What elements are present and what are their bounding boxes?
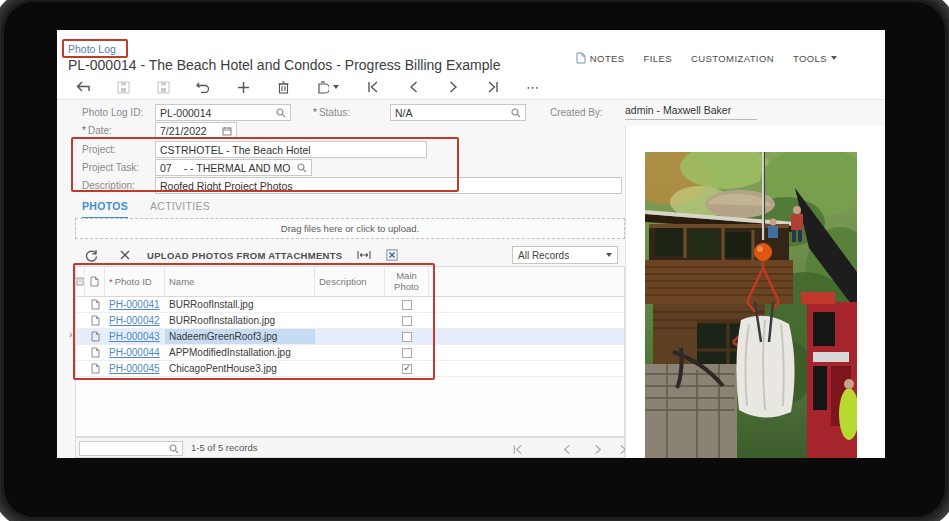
tab-photos[interactable]: PHOTOS [82, 200, 128, 219]
table-row[interactable]: PH-000043 NadeemGreenRoof3.jpg [76, 329, 624, 345]
column-header-main-photo[interactable]: Main Photo [385, 267, 429, 296]
file-icon [90, 276, 99, 287]
save-close-button[interactable] [115, 79, 131, 95]
file-icon [91, 363, 100, 374]
cancel-undo-button[interactable] [195, 79, 211, 95]
search-lookup-icon[interactable] [511, 108, 521, 118]
tools-menu-item[interactable]: TOOLS [793, 53, 837, 64]
description-field[interactable]: Roofed Right Project Photos [155, 177, 622, 194]
row-file-cell[interactable] [85, 297, 105, 312]
grid-search-input[interactable] [83, 444, 169, 454]
row-file-cell[interactable] [85, 345, 105, 360]
go-previous-button[interactable] [405, 79, 421, 95]
photo-id-link[interactable]: PH-000041 [109, 299, 160, 310]
photo-id-link[interactable]: PH-000044 [109, 347, 160, 358]
page-next-button[interactable] [594, 441, 603, 458]
save-button[interactable] [155, 79, 171, 95]
main-photo-checkbox[interactable] [402, 332, 412, 342]
created-by-value: admin - Maxwell Baker [625, 104, 757, 120]
row-settings-column-header [76, 267, 85, 296]
photo-name-cell[interactable]: ChicagoPentHouse3.jpg [165, 361, 315, 376]
copy-paste-button[interactable] [315, 79, 341, 95]
file-icon [91, 299, 100, 310]
column-header-description[interactable]: Description [315, 267, 385, 296]
file-icon [91, 315, 100, 326]
project-label: Project: [82, 144, 116, 155]
photo-name-cell[interactable]: BURRoofInstall.jpg [165, 297, 315, 312]
file-icon [91, 347, 100, 358]
status-field[interactable]: N/A [390, 104, 526, 121]
go-first-button[interactable] [365, 79, 381, 95]
photo-description-cell[interactable] [315, 345, 385, 360]
main-photo-checkbox[interactable] [402, 316, 412, 326]
column-header-photo-id[interactable]: *Photo ID [105, 267, 165, 296]
slide-canvas: Photo Log PL-000014 - The Beach Hotel an… [0, 0, 949, 521]
search-lookup-icon[interactable] [276, 108, 286, 118]
app-window: Photo Log PL-000014 - The Beach Hotel an… [57, 30, 885, 458]
photo-description-cell[interactable] [315, 329, 385, 344]
photo-id-link[interactable]: PH-000045 [109, 363, 160, 374]
delete-row-icon[interactable] [117, 247, 133, 263]
project-task-label: Project Task: [82, 162, 139, 173]
main-photo-preview[interactable] [645, 152, 857, 458]
notes-label: NOTES [590, 53, 625, 64]
photo-id-link[interactable]: PH-000042 [109, 315, 160, 326]
more-actions-button[interactable]: ⋯ [525, 79, 541, 95]
project-task-field[interactable]: 07 - - THERMAL AND MO [155, 159, 312, 176]
photo-name-cell[interactable]: BURRoofInstallation.jpg [165, 313, 315, 328]
filler-cell [429, 361, 624, 376]
main-photo-checkbox[interactable] [402, 364, 412, 374]
date-label-text: Date: [88, 125, 112, 136]
row-file-cell[interactable] [85, 361, 105, 376]
calendar-icon[interactable] [222, 126, 232, 136]
column-header-name[interactable]: Name [165, 267, 315, 296]
photo-description-cell[interactable] [315, 361, 385, 376]
table-row[interactable]: PH-000041 BURRoofInstall.jpg [76, 297, 624, 313]
grid-header-row: *Photo ID Name Description Main Photo [76, 267, 624, 297]
main-photo-checkbox[interactable] [402, 348, 412, 358]
grid-search-box[interactable] [79, 441, 183, 456]
fit-columns-icon[interactable] [356, 247, 372, 263]
customization-menu-item[interactable]: CUSTOMIZATION [691, 53, 774, 64]
photo-name-cell[interactable]: NadeemGreenRoof3.jpg [165, 329, 315, 344]
row-note-cell [76, 313, 85, 328]
files-column-header[interactable] [85, 267, 105, 296]
search-lookup-icon[interactable] [297, 163, 307, 173]
row-note-cell [76, 345, 85, 360]
photo-log-id-field[interactable]: PL-000014 [155, 104, 291, 121]
photo-description-cell[interactable] [315, 313, 385, 328]
row-file-cell[interactable] [85, 329, 105, 344]
refresh-icon[interactable] [83, 247, 99, 263]
page-first-button[interactable] [512, 441, 523, 458]
photo-id-link[interactable]: PH-000043 [109, 331, 160, 342]
table-row[interactable]: PH-000045 ChicagoPentHouse3.jpg [76, 361, 624, 377]
delete-record-button[interactable] [275, 79, 291, 95]
page-title: PL-000014 - The Beach Hotel and Condos -… [68, 57, 500, 73]
row-file-cell[interactable] [85, 313, 105, 328]
project-field[interactable]: CSTRHOTEL - The Beach Hotel [155, 141, 427, 158]
date-field[interactable]: 7/21/2022 [155, 122, 237, 139]
notes-column-icon [76, 277, 84, 286]
file-dropzone[interactable]: Drag files here or click to upload. [75, 218, 625, 239]
photo-description-cell[interactable] [315, 297, 385, 312]
add-record-button[interactable] [235, 79, 251, 95]
upload-photos-button[interactable]: UPLOAD PHOTOS FROM ATTACHMENTS [147, 250, 342, 261]
notes-menu-item[interactable]: NOTES [576, 52, 625, 64]
records-filter-select[interactable]: All Records [512, 246, 618, 264]
page-previous-button[interactable] [562, 441, 571, 458]
go-next-button[interactable] [445, 79, 461, 95]
photos-grid: *Photo ID Name Description Main Photo PH… [75, 266, 625, 437]
tab-activities[interactable]: ACTIVITIES [150, 200, 210, 219]
back-button[interactable] [75, 79, 91, 95]
status-label: *Status: [313, 107, 350, 118]
table-row[interactable]: PH-000042 BURRoofInstallation.jpg [76, 313, 624, 329]
files-menu-item[interactable]: FILES [644, 53, 672, 64]
export-excel-icon[interactable] [384, 247, 400, 263]
main-photo-checkbox[interactable] [402, 300, 412, 310]
screen-title-link[interactable]: Photo Log [68, 43, 116, 55]
go-last-button[interactable] [485, 79, 501, 95]
row-note-cell [76, 361, 85, 376]
table-row[interactable]: PH-000044 APPModifiedInstallation.jpg [76, 345, 624, 361]
photo-name-cell[interactable]: APPModifiedInstallation.jpg [165, 345, 315, 360]
chevron-down-icon [606, 253, 612, 257]
